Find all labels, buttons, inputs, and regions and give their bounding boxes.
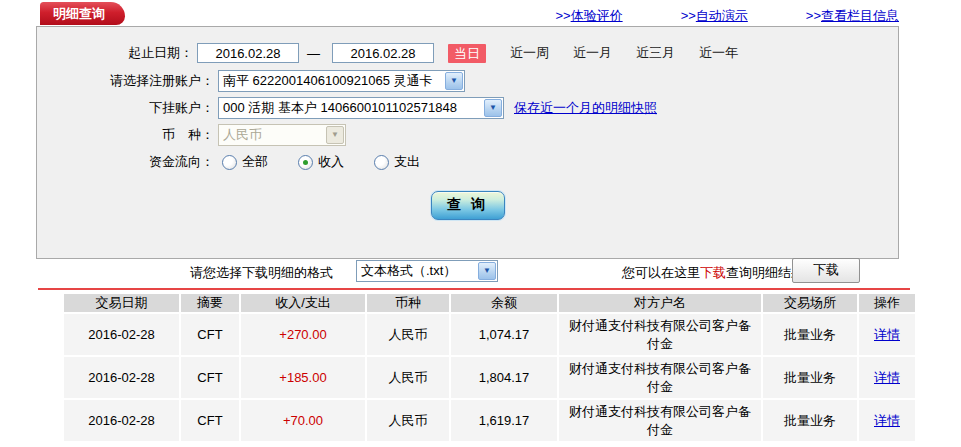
- col-counterparty: 对方户名: [559, 294, 761, 312]
- cell-venue: 批量业务: [763, 314, 857, 355]
- cell-currency: 人民币: [367, 314, 449, 355]
- cell-counterparty: 财付通支付科技有限公司客户备付金: [559, 357, 761, 398]
- register-account-select[interactable]: 南平 6222001406100921065 灵通卡 ▼: [218, 70, 465, 92]
- range-last-3-months[interactable]: 近三月: [636, 44, 675, 62]
- cell-action: 详情: [859, 314, 915, 355]
- table-top-divider: [38, 288, 910, 290]
- save-monthly-snapshot-link[interactable]: 保存近一个月的明细快照: [514, 99, 657, 117]
- detail-link[interactable]: 详情: [874, 370, 900, 385]
- range-last-year[interactable]: 近一年: [699, 44, 738, 62]
- cell-amount: +70.00: [241, 400, 365, 441]
- query-form-panel: 起止日期： — 当日 近一周 近一月 近三月 近一年 请选择注册账户： 南平 6…: [36, 26, 899, 259]
- download-hint: 您可以在这里下载查询明细结果: [622, 264, 804, 282]
- table-header-row: 交易日期 摘要 收入/支出 币种 余额 对方户名 交易场所 操作: [64, 294, 915, 312]
- query-button-row: 查 询: [37, 191, 898, 220]
- range-last-week[interactable]: 近一周: [510, 44, 549, 62]
- col-venue: 交易场所: [763, 294, 857, 312]
- radio-all-label: 全部: [242, 153, 268, 171]
- cell-date: 2016-02-28: [64, 357, 179, 398]
- cell-summary: CFT: [181, 314, 239, 355]
- cell-balance: 1,619.17: [451, 400, 557, 441]
- detail-link[interactable]: 详情: [874, 327, 900, 342]
- transaction-table: 交易日期 摘要 收入/支出 币种 余额 对方户名 交易场所 操作 2016-02…: [62, 292, 917, 443]
- end-date-input[interactable]: [332, 43, 434, 63]
- cell-action: 详情: [859, 357, 915, 398]
- cell-counterparty: 财付通支付科技有限公司客户备付金: [559, 400, 761, 441]
- download-format-select[interactable]: 文本格式（.txt） ▼: [356, 260, 498, 282]
- table-row: 2016-02-28 CFT +185.00 人民币 1,804.17 财付通支…: [64, 357, 915, 398]
- chevron-down-icon: ▼: [445, 72, 463, 90]
- cell-currency: 人民币: [367, 357, 449, 398]
- top-links: >>体验评价 >>自动演示 >>查看栏目信息: [555, 7, 899, 25]
- tab-detail-query[interactable]: 明细查询: [40, 2, 125, 25]
- start-date-input[interactable]: [197, 43, 299, 63]
- query-button[interactable]: 查 询: [431, 191, 505, 220]
- cell-balance: 1,074.17: [451, 314, 557, 355]
- date-range-label: 起止日期：: [37, 44, 193, 62]
- cell-currency: 人民币: [367, 400, 449, 441]
- fund-direction-label: 资金流向：: [37, 153, 214, 171]
- cell-summary: CFT: [181, 400, 239, 441]
- col-currency: 币种: [367, 294, 449, 312]
- cell-venue: 批量业务: [763, 400, 857, 441]
- table-row: 2016-02-28 CFT +70.00 人民币 1,619.17 财付通支付…: [64, 400, 915, 441]
- currency-label: 币 种：: [37, 126, 214, 144]
- col-balance: 余额: [451, 294, 557, 312]
- cell-date: 2016-02-28: [64, 400, 179, 441]
- cell-action: 详情: [859, 400, 915, 441]
- chevron-down-icon: ▼: [478, 262, 496, 280]
- link-auto-demo[interactable]: >>自动演示: [681, 7, 748, 25]
- radio-income[interactable]: [298, 155, 313, 170]
- col-summary: 摘要: [181, 294, 239, 312]
- cell-balance: 1,804.17: [451, 357, 557, 398]
- date-range-row: 起止日期： — 当日 近一周 近一月 近三月 近一年: [37, 42, 898, 64]
- radio-expense[interactable]: [374, 155, 389, 170]
- register-account-row: 请选择注册账户： 南平 6222001406100921065 灵通卡 ▼: [37, 70, 898, 92]
- cell-date: 2016-02-28: [64, 314, 179, 355]
- link-prefix: >>: [806, 8, 821, 23]
- cell-summary: CFT: [181, 357, 239, 398]
- fund-direction-row: 资金流向： 全部 收入 支出: [37, 151, 898, 173]
- sub-account-label: 下挂账户：: [37, 99, 214, 117]
- download-format-label: 请您选择下载明细的格式: [190, 264, 333, 282]
- cell-counterparty: 财付通支付科技有限公司客户备付金: [559, 314, 761, 355]
- table-row: 2016-02-28 CFT +270.00 人民币 1,074.17 财付通支…: [64, 314, 915, 355]
- cell-venue: 批量业务: [763, 357, 857, 398]
- link-prefix: >>: [681, 8, 696, 23]
- register-account-label: 请选择注册账户：: [37, 72, 214, 90]
- chevron-down-icon: ▼: [484, 99, 502, 117]
- radio-expense-label: 支出: [394, 153, 420, 171]
- download-hint-highlight: 下载: [700, 265, 726, 280]
- detail-link[interactable]: 详情: [874, 413, 900, 428]
- cell-amount: +185.00: [241, 357, 365, 398]
- currency-row: 币 种： 人民币 ▼: [37, 124, 898, 146]
- today-button[interactable]: 当日: [448, 44, 486, 63]
- link-view-column-info[interactable]: >>查看栏目信息: [806, 7, 899, 25]
- currency-select: 人民币 ▼: [218, 124, 346, 146]
- col-amount: 收入/支出: [241, 294, 365, 312]
- col-date: 交易日期: [64, 294, 179, 312]
- link-prefix: >>: [555, 8, 570, 23]
- range-last-month[interactable]: 近一月: [573, 44, 612, 62]
- cell-amount: +270.00: [241, 314, 365, 355]
- sub-account-select[interactable]: 000 活期 基本户 1406600101102571848 ▼: [218, 97, 504, 119]
- chevron-down-icon: ▼: [326, 126, 344, 144]
- col-action: 操作: [859, 294, 915, 312]
- radio-income-label: 收入: [318, 153, 344, 171]
- radio-all[interactable]: [222, 155, 237, 170]
- download-button[interactable]: 下载: [792, 258, 860, 283]
- date-separator: —: [307, 46, 320, 61]
- link-experience-evaluation[interactable]: >>体验评价: [555, 7, 622, 25]
- sub-account-row: 下挂账户： 000 活期 基本户 1406600101102571848 ▼ 保…: [37, 97, 898, 119]
